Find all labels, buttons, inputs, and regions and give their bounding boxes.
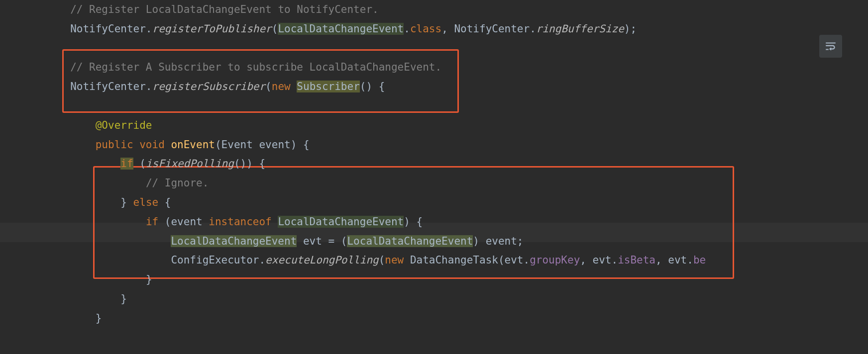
soft-wrap-icon	[824, 40, 837, 53]
code-comment: // Register A Subscriber to subscribe Lo…	[70, 61, 441, 73]
soft-wrap-button[interactable]	[819, 35, 842, 58]
code-text: }	[120, 196, 133, 208]
code-text: ) {	[404, 216, 423, 228]
indent	[20, 293, 120, 305]
code-keyword: else	[133, 196, 159, 208]
code-keyword: class	[410, 23, 441, 35]
indent	[20, 81, 70, 92]
code-comment: // Ignore.	[146, 177, 209, 189]
indent	[20, 177, 146, 189]
indent	[20, 139, 96, 151]
code-text: (	[379, 254, 385, 266]
code-keyword: new	[272, 81, 297, 92]
code-field: ringBufferSize	[536, 23, 624, 35]
code-highlight: LocalDataChangeEvent	[171, 235, 297, 247]
code-comment: // Register LocalDataChangeEvent to Noti…	[70, 3, 379, 15]
code-text: (	[133, 158, 146, 170]
code-keyword: public void	[96, 139, 171, 151]
code-text: ConfigExecutor.	[171, 254, 265, 266]
code-text: }	[96, 312, 102, 324]
code-highlight: LocalDataChangeEvent	[278, 216, 404, 228]
code-keyword: instanceof	[209, 216, 278, 228]
code-text: NotifyCenter.	[70, 23, 152, 35]
code-text: }	[120, 293, 127, 305]
code-text: NotifyCenter.	[70, 81, 152, 92]
code-keyword: if	[146, 216, 158, 228]
code-text: {	[158, 196, 171, 208]
code-field: isBeta	[618, 254, 655, 266]
indent	[20, 61, 70, 73]
indent	[20, 196, 120, 208]
indent	[20, 216, 146, 228]
code-highlight: Subscriber	[297, 81, 359, 92]
code-highlight: LocalDataChangeEvent	[347, 235, 473, 247]
code-text: (	[265, 81, 272, 92]
code-editor[interactable]: // Register LocalDataChangeEvent to Noti…	[0, 0, 868, 328]
indent	[20, 273, 146, 285]
indent	[20, 235, 171, 247]
code-text: ()) {	[234, 158, 265, 170]
code-text: , evt.	[580, 254, 618, 266]
code-text: }	[146, 273, 152, 285]
code-text: , NotifyCenter.	[441, 23, 536, 35]
code-method: executeLongPolling	[265, 254, 379, 266]
code-text: () {	[360, 81, 385, 92]
code-text: .	[404, 23, 410, 35]
code-text: DataChangeTask(evt.	[404, 254, 530, 266]
code-method: registerSubscriber	[152, 81, 266, 92]
code-text: , evt.	[655, 254, 693, 266]
code-text: (Event event) {	[215, 139, 310, 151]
code-keyword: new	[385, 254, 404, 266]
indent	[20, 119, 96, 131]
code-method: registerToPublisher	[152, 23, 272, 35]
code-method: isFixedPolling	[146, 158, 234, 170]
code-text: ) event;	[473, 235, 523, 247]
code-text: );	[624, 23, 637, 35]
code-text: (event	[158, 216, 209, 228]
indent	[20, 3, 70, 15]
code-text: evt = (	[297, 235, 347, 247]
code-text: (	[272, 23, 278, 35]
code-annotation: @Override	[96, 119, 152, 131]
code-function: onEvent	[171, 139, 215, 151]
code-highlight: LocalDataChangeEvent	[278, 23, 404, 35]
indent	[20, 23, 70, 35]
code-keyword: if	[120, 158, 133, 170]
indent	[20, 254, 171, 266]
indent	[20, 158, 120, 170]
code-field: groupKey	[530, 254, 580, 266]
code-field: be	[693, 254, 706, 266]
indent	[20, 312, 96, 324]
